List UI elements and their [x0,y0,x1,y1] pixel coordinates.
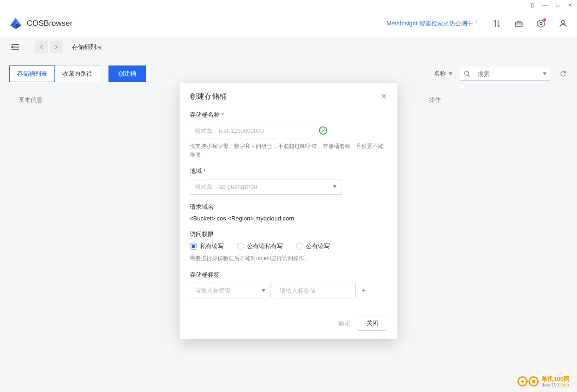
filter-select[interactable]: 名称 [431,70,455,78]
app-header: COSBrowser MetaInsight 智能检索火热公测中！ [0,10,577,37]
tab-bucket-list[interactable]: 存储桶列表 [9,65,55,82]
promo-link[interactable]: MetaInsight 智能检索火热公测中！ [386,19,479,28]
permission-help: 需要进行身份验证后才能对object进行访问操作。 [190,254,387,262]
bucket-name-input[interactable] [190,123,315,138]
content-toolbar: 存储桶列表 收藏的路径 创建桶 名称 [9,65,568,82]
svg-rect-3 [516,22,522,27]
svg-point-9 [465,71,469,76]
svg-marker-13 [262,289,265,292]
view-tabs: 存储桶列表 收藏的路径 创建桶 [9,65,146,82]
tags-label: 存储桶标签 [190,271,387,279]
filter-select-label: 名称 [434,70,446,78]
maximize-button[interactable]: □ [556,2,559,8]
breadcrumb: 存储桶列表 [72,43,102,51]
app-logo-icon [9,17,22,30]
svg-point-6 [562,21,565,24]
modal-close-button[interactable]: ✕ [380,91,387,101]
svg-point-5 [540,23,542,25]
watermark: 单机100网 danji100.com [517,376,570,387]
nav-bar: 存储桶列表 [0,37,577,57]
mobile-icon[interactable]: ▯ [531,2,534,8]
tag-add-button[interactable]: + [360,286,368,295]
radio-public-read[interactable]: 公有读私有写 [237,242,283,250]
request-domain-value: <Bucket>.cos.<Region>.myqcloud.com [190,215,387,222]
tab-favorite-paths[interactable]: 收藏的路径 [55,65,100,82]
watermark-domain: danji100.com [541,382,570,387]
watermark-name: 单机100网 [541,376,570,382]
chevron-down-icon [327,179,342,194]
svg-marker-12 [333,185,337,188]
transfers-icon[interactable] [492,19,501,28]
nav-back-button[interactable] [35,41,48,53]
bucket-name-label: 存储桶名称* [190,111,387,119]
search-input[interactable] [474,71,539,77]
app-name: COSBrowser [27,19,72,28]
svg-marker-10 [543,72,547,75]
modal-cancel-button[interactable]: 关闭 [358,316,387,331]
window-titlebar: ▯ — □ ✕ [0,0,577,10]
create-bucket-button[interactable]: 创建桶 [108,65,146,82]
tag-key-select[interactable]: 请输入标签键 [190,283,271,298]
toolbox-icon[interactable] [514,19,523,28]
watermark-icon [517,376,528,386]
user-icon[interactable] [559,19,568,28]
check-ok-icon: ✓ [319,126,327,135]
col-operations: 操作 [429,96,559,104]
search-icon [460,71,474,77]
watermark-icon [529,376,539,386]
chevron-down-icon [256,283,270,298]
search-box [460,67,550,81]
modal-ok-button[interactable]: 确定 [338,319,350,327]
bucket-name-help: 仅支持小写字母、数字和 - 的组合，不能超过60字符，存储桶名称一旦设置不能修改 [190,142,387,159]
search-dropdown-button[interactable] [539,67,550,80]
svg-marker-4 [538,20,544,27]
logo-area: COSBrowser [9,17,72,30]
radio-public-rw[interactable]: 公有读写 [296,242,330,250]
tag-key-placeholder: 请输入标签键 [190,286,256,295]
close-window-button[interactable]: ✕ [568,2,572,8]
permission-radio-group: 私有读写 公有读私有写 公有读写 [190,242,387,250]
sidebar-toggle-icon[interactable] [9,41,21,53]
refresh-button[interactable] [559,69,568,78]
svg-marker-7 [11,46,13,48]
permission-label: 访问权限 [190,230,387,238]
tag-value-input[interactable] [275,283,356,298]
modal-title: 创建存储桶 [190,92,227,101]
region-placeholder: 格式如：ap-guangzhou [190,183,327,191]
request-domain-label: 请求域名 [190,203,387,211]
region-select[interactable]: 格式如：ap-guangzhou [190,179,342,195]
radio-private[interactable]: 私有读写 [190,242,224,250]
minimize-button[interactable]: — [542,2,548,8]
nav-forward-button[interactable] [50,41,63,53]
region-label: 地域* [190,167,387,175]
settings-icon[interactable] [536,19,546,28]
create-bucket-modal: 创建存储桶 ✕ 存储桶名称* ✓ 仅支持小写字母、数字和 - 的组合，不能超过6… [180,83,397,339]
svg-marker-8 [449,72,452,75]
